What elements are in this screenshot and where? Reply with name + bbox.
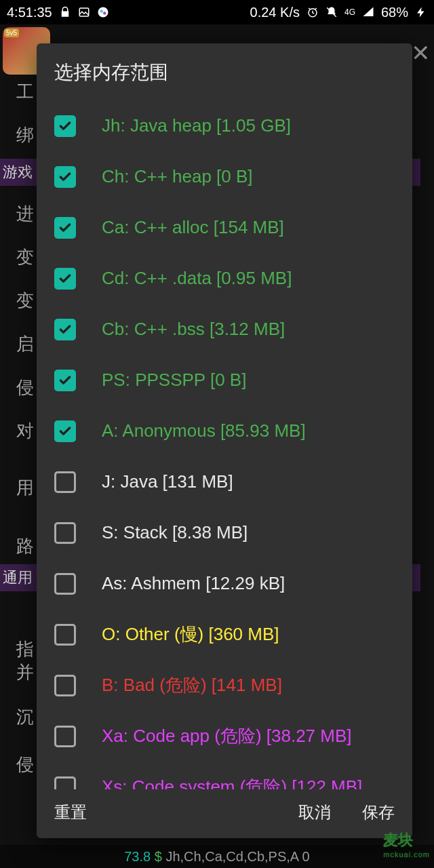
checkbox[interactable] — [54, 268, 76, 290]
background-text: 路 — [16, 534, 34, 558]
memory-range-item[interactable]: J: Java [131 MB] — [37, 456, 412, 507]
status-bar: 4:51:35 0.24 K/s 4G 68% — [0, 0, 434, 24]
memory-range-item[interactable]: Xs: Code system (危险) [122 MB] — [37, 762, 412, 789]
svg-point-1 — [98, 7, 108, 18]
background-text: 变 — [16, 289, 34, 313]
background-text: 用 — [16, 476, 34, 500]
footer-bar: 73.8 $ Jh,Ch,Ca,Cd,Cb,PS,A 0 — [0, 845, 434, 868]
memory-range-label: Cd: C++ .data [0.95 MB] — [102, 268, 292, 289]
memory-range-item[interactable]: Ch: C++ heap [0 B] — [37, 151, 412, 202]
memory-range-label: As: Ashmem [12.29 kB] — [102, 573, 285, 594]
memory-range-item[interactable]: B: Bad (危险) [141 MB] — [37, 660, 412, 711]
memory-range-label: Xa: Code app (危险) [38.27 MB] — [102, 724, 352, 748]
memory-range-item[interactable]: O: Other (慢) [360 MB] — [37, 609, 412, 660]
app-icon — [97, 6, 109, 18]
memory-range-item[interactable]: PS: PPSSPP [0 B] — [37, 355, 412, 406]
background-text: 指 — [16, 637, 34, 661]
background-text: 并 — [16, 660, 34, 684]
memory-range-label: J: Java [131 MB] — [102, 471, 233, 492]
checkbox[interactable] — [54, 573, 76, 595]
memory-range-item[interactable]: Cd: C++ .data [0.95 MB] — [37, 253, 412, 304]
memory-range-label: Xs: Code system (危险) [122 MB] — [102, 775, 362, 789]
memory-range-item[interactable]: Ca: C++ alloc [154 MB] — [37, 202, 412, 253]
memory-range-label: Ch: C++ heap [0 B] — [102, 166, 253, 187]
background-text: 工 — [16, 80, 34, 104]
status-signal-label: 4G — [344, 7, 355, 17]
alarm-icon — [307, 6, 319, 18]
checkbox[interactable] — [54, 217, 76, 239]
checkbox[interactable] — [54, 522, 76, 544]
memory-range-item[interactable]: Cb: C++ .bss [3.12 MB] — [37, 304, 412, 355]
svg-point-3 — [103, 12, 106, 15]
memory-range-label: A: Anonymous [85.93 MB] — [102, 420, 306, 441]
checkbox[interactable] — [54, 420, 76, 442]
signal-icon — [362, 6, 374, 18]
checkbox[interactable] — [54, 776, 76, 790]
close-icon[interactable]: ✕ — [411, 39, 430, 66]
image-icon — [78, 6, 90, 18]
reset-button[interactable]: 重置 — [54, 802, 87, 823]
lock-icon — [59, 6, 71, 18]
memory-range-item[interactable]: As: Ashmem [12.29 kB] — [37, 558, 412, 609]
background-text: 侵 — [16, 376, 34, 399]
footer-value: 73.8 — [124, 849, 151, 865]
memory-range-label: Jh: Java heap [1.05 GB] — [102, 115, 291, 136]
checkbox[interactable] — [54, 624, 76, 646]
memory-range-label: O: Other (慢) [360 MB] — [102, 623, 279, 646]
memory-range-label: S: Stack [8.38 MB] — [102, 522, 248, 543]
bolt-icon — [415, 6, 427, 18]
watermark: 麦块 mckuai.com — [383, 830, 430, 859]
dialog-title: 选择内存范围 — [37, 43, 412, 100]
status-time: 4:51:35 — [7, 5, 52, 20]
checkbox[interactable] — [54, 675, 76, 696]
memory-range-label: Ca: C++ alloc [154 MB] — [102, 217, 284, 238]
memory-range-label: B: Bad (危险) [141 MB] — [102, 673, 282, 697]
background-text: 绑 — [16, 123, 34, 147]
checkbox[interactable] — [54, 166, 76, 188]
background-text: 变 — [16, 245, 34, 269]
checkbox[interactable] — [54, 726, 76, 747]
footer-regions: Jh,Ch,Ca,Cd,Cb,PS,A 0 — [165, 849, 309, 865]
memory-range-item[interactable]: S: Stack [8.38 MB] — [37, 507, 412, 558]
cancel-button[interactable]: 取消 — [298, 802, 331, 823]
background-text: 侵 — [16, 753, 34, 776]
memory-range-label: Cb: C++ .bss [3.12 MB] — [102, 319, 285, 340]
status-battery: 68% — [381, 5, 408, 20]
game-badge: 5v5 — [4, 28, 19, 37]
checkbox[interactable] — [54, 370, 76, 391]
save-button[interactable]: 保存 — [362, 802, 395, 823]
memory-range-item[interactable]: A: Anonymous [85.93 MB] — [37, 406, 412, 456]
memory-range-item[interactable]: Xa: Code app (危险) [38.27 MB] — [37, 711, 412, 762]
checkbox[interactable] — [54, 471, 76, 493]
background-text: 进 — [16, 202, 34, 226]
status-speed: 0.24 K/s — [250, 5, 300, 20]
background-text: 对 — [16, 419, 34, 443]
memory-range-label: PS: PPSSPP [0 B] — [102, 370, 246, 391]
memory-range-dialog: 选择内存范围 Jh: Java heap [1.05 GB]Ch: C++ he… — [37, 43, 412, 838]
memory-range-list: Jh: Java heap [1.05 GB]Ch: C++ heap [0 B… — [37, 100, 412, 789]
checkbox[interactable] — [54, 115, 76, 137]
memory-range-item[interactable]: Jh: Java heap [1.05 GB] — [37, 100, 412, 151]
bell-off-icon — [326, 6, 338, 18]
background-text: 沉 — [16, 705, 34, 729]
background-text: 启 — [16, 332, 34, 356]
checkbox[interactable] — [54, 319, 76, 340]
svg-point-2 — [100, 9, 103, 13]
footer-dollar: $ — [155, 849, 162, 865]
